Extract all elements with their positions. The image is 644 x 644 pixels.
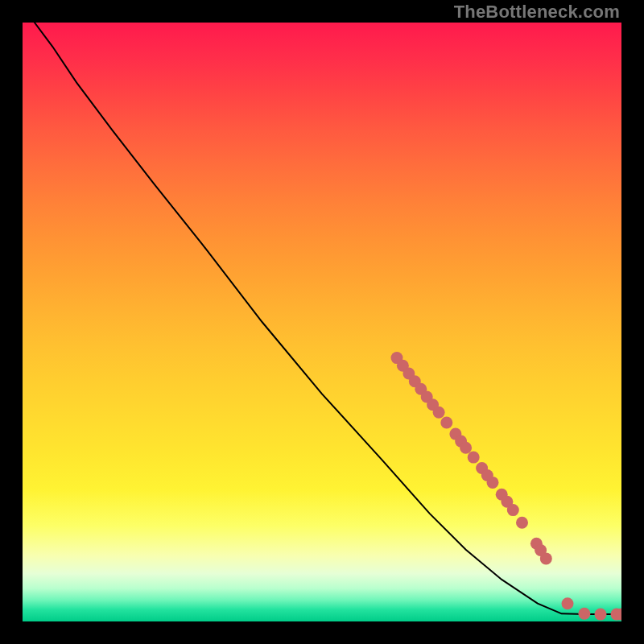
- curve-line: [35, 23, 621, 614]
- data-marker: [507, 504, 519, 516]
- data-marker: [562, 597, 574, 609]
- watermark-text: TheBottleneck.com: [454, 2, 620, 23]
- bottleneck-curve: [35, 23, 621, 614]
- curve-layer: [23, 23, 621, 621]
- data-marker: [516, 517, 528, 529]
- data-marker: [433, 407, 445, 419]
- plot-area: [23, 23, 621, 621]
- data-marker: [487, 477, 499, 489]
- chart-frame: TheBottleneck.com: [0, 0, 644, 644]
- data-markers: [391, 352, 622, 620]
- data-marker: [468, 452, 480, 464]
- data-marker: [460, 442, 472, 454]
- data-marker: [540, 552, 552, 564]
- data-marker: [578, 608, 590, 620]
- data-marker: [595, 609, 607, 621]
- data-marker: [440, 417, 452, 429]
